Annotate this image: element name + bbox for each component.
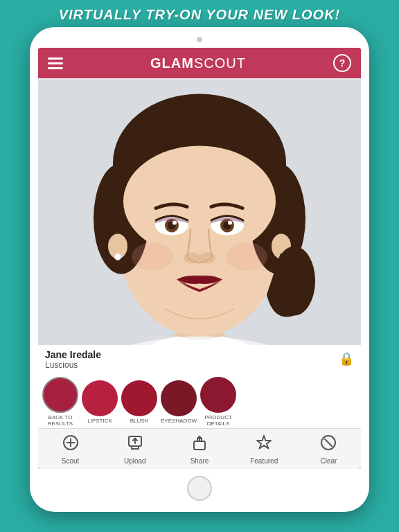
svg-point-22	[199, 253, 215, 264]
nav-scout-label: Scout	[62, 457, 80, 465]
help-button[interactable]: ?	[333, 54, 351, 72]
product-info: Jane Iredale Luscious 🔒	[38, 345, 361, 373]
swatch-label-2: BLUSH	[130, 418, 149, 424]
app-title: GLAMSCOUT	[150, 55, 246, 71]
swatch-1[interactable]	[82, 380, 118, 416]
photo-area: Jane Iredale Luscious 🔒	[38, 78, 361, 373]
svg-line-32	[325, 439, 332, 446]
swatch-4[interactable]	[200, 377, 236, 413]
swatch-2[interactable]	[121, 380, 157, 416]
swatch-label-1: LIPSTICK	[87, 418, 112, 424]
product-shade: Luscious	[45, 360, 354, 370]
swatch-3[interactable]	[161, 380, 197, 416]
scout-icon	[62, 434, 79, 455]
menu-icon[interactable]	[48, 57, 63, 69]
nav-share[interactable]: Share	[167, 429, 231, 469]
title-glam: GLAM	[150, 55, 194, 71]
bottom-nav: Scout Upload	[38, 428, 361, 469]
tablet-home-button[interactable]	[187, 476, 212, 501]
nav-clear[interactable]: Clear	[296, 429, 361, 469]
nav-featured[interactable]: Featured	[232, 429, 296, 469]
tablet-screen: GLAMSCOUT ?	[38, 48, 361, 469]
share-icon	[191, 434, 208, 455]
swatch-item-3[interactable]: EYESHADOW	[161, 380, 197, 424]
banner-text: VIRTUALLY TRY-ON YOUR NEW LOOK!	[59, 7, 341, 22]
top-banner: VIRTUALLY TRY-ON YOUR NEW LOOK!	[0, 0, 399, 27]
nav-scout[interactable]: Scout	[38, 429, 103, 469]
svg-rect-30	[194, 441, 205, 450]
svg-point-23	[132, 243, 173, 271]
clear-icon	[320, 434, 337, 455]
lock-icon: 🔒	[339, 351, 354, 366]
menu-line-3	[48, 67, 63, 69]
upload-icon	[127, 434, 143, 455]
swatch-0[interactable]	[42, 377, 78, 413]
tablet-camera	[197, 37, 202, 42]
svg-point-20	[228, 221, 232, 225]
swatch-item-0[interactable]: BACK TORESULTS	[42, 377, 78, 427]
product-brand: Jane Iredale	[45, 349, 354, 360]
swatch-label-0: BACK TORESULTS	[48, 414, 73, 427]
app-header: GLAMSCOUT ?	[38, 48, 361, 78]
svg-point-8	[123, 146, 276, 257]
featured-icon	[256, 434, 272, 455]
svg-point-11	[114, 254, 121, 260]
swatch-item-2[interactable]: BLUSH	[121, 380, 157, 424]
nav-featured-label: Featured	[250, 457, 278, 465]
face-photo	[38, 78, 361, 373]
nav-share-label: Share	[190, 457, 209, 465]
swatches-area: BACK TORESULTS LIPSTICK BLUSH EYESHADOW …	[38, 373, 361, 428]
menu-line-2	[48, 62, 63, 64]
tablet-frame: GLAMSCOUT ?	[30, 27, 369, 512]
nav-clear-label: Clear	[320, 457, 337, 465]
svg-point-16	[172, 221, 177, 225]
swatch-item-4[interactable]: PRODUCTDETAILS	[200, 377, 236, 427]
swatch-label-4: PRODUCTDETAILS	[204, 414, 232, 427]
nav-upload[interactable]: Upload	[103, 429, 167, 469]
svg-point-21	[184, 253, 200, 264]
swatch-item-1[interactable]: LIPSTICK	[82, 380, 118, 424]
swatch-label-3: EYESHADOW	[161, 418, 197, 424]
nav-upload-label: Upload	[124, 457, 146, 465]
title-scout: SCOUT	[194, 55, 246, 71]
menu-line-1	[48, 57, 63, 60]
svg-point-24	[226, 243, 267, 271]
